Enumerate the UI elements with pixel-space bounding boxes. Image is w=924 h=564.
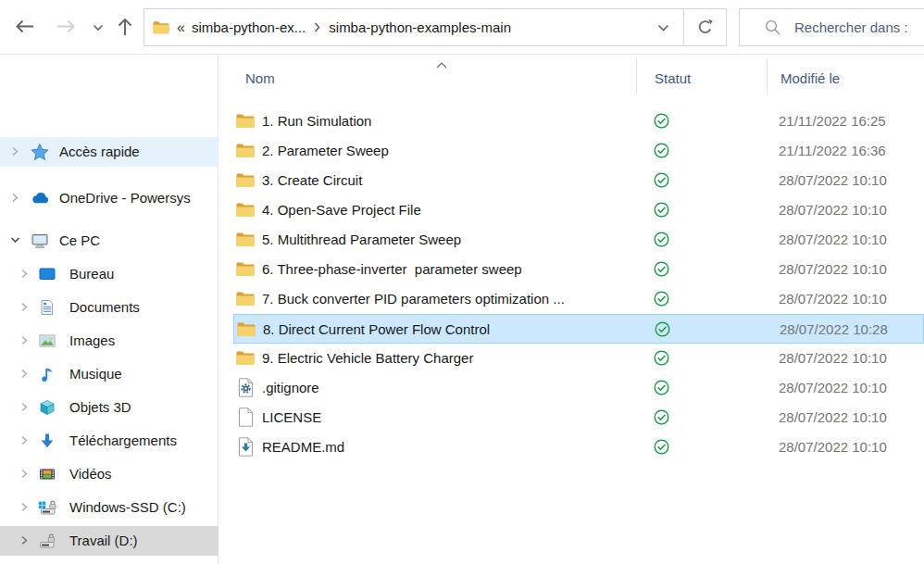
file-row[interactable]: 2. Parameter Sweep 21/11/2022 16:36 [233,136,924,166]
recent-locations-button[interactable] [93,24,104,31]
document-file-icon [238,407,254,427]
sidebar-item-label: Téléchargements [69,426,177,456]
file-modified-date: 28/07/2022 10:10 [779,166,887,195]
chevron-down-icon [657,24,669,31]
chevron-right-icon[interactable] [19,502,29,512]
file-name: 7. Buck converter PID parameters optimiz… [262,284,565,314]
arrow-up-icon [117,17,133,37]
up-button[interactable] [117,17,133,37]
forward-button[interactable] [55,19,77,34]
breadcrumb-segment-parent[interactable]: simba-python-ex... [192,19,306,35]
file-row-selected[interactable]: 8. Direct Current Power Flow Control 28/… [233,314,924,344]
column-header-name[interactable]: Nom [245,70,275,86]
sidebar-item-3d-objects[interactable]: Objets 3D [0,393,219,422]
breadcrumb-overflow-button[interactable]: « [177,19,185,36]
folder-icon [236,172,255,188]
folder-icon [236,232,255,247]
this-pc-monitor-icon [31,232,49,250]
sidebar-item-downloads[interactable]: Téléchargements [0,426,219,456]
chevron-right-icon[interactable] [19,402,29,412]
file-row[interactable]: LICENSE 28/07/2022 10:10 [233,403,924,432]
address-bar[interactable]: « simba-python-ex... simba-python-exampl… [144,8,727,46]
sidebar-item-quick-access[interactable]: Accès rapide [0,137,219,167]
quick-access-star-icon [31,143,49,161]
file-row[interactable]: .gitignore 28/07/2022 10:10 [233,373,924,403]
sidebar-item-onedrive[interactable]: OneDrive - Powersys [0,183,219,213]
sidebar-item-desktop[interactable]: Bureau [0,259,219,289]
file-name: README.md [262,432,344,462]
gitignore-file-icon [238,378,254,397]
folder-icon [236,143,255,158]
chevron-down-icon[interactable] [10,235,20,245]
file-modified-date: 28/07/2022 10:10 [779,344,887,373]
chevron-right-icon[interactable] [19,369,29,379]
sync-status-check-icon [654,143,669,158]
music-note-icon [38,365,56,383]
file-row[interactable]: 1. Run Simulation 21/11/2022 16:25 [233,107,924,136]
file-row[interactable]: README.md 28/07/2022 10:10 [233,432,924,462]
file-list-pane: Nom Statut Modifié le 1. Run Simulation … [219,55,924,564]
3d-cube-icon [38,398,56,417]
chevron-right-icon[interactable] [19,435,29,445]
file-row[interactable]: 9. Electric Vehicle Battery Charger 28/0… [233,344,924,373]
onedrive-cloud-icon [31,189,50,207]
column-header-status[interactable]: Statut [655,70,691,86]
file-modified-date: 28/07/2022 10:10 [779,373,887,403]
search-input[interactable] [793,19,924,36]
file-row[interactable]: 3. Create Circuit 28/07/2022 10:10 [233,166,924,195]
drive-lock-icon [38,532,57,550]
file-row[interactable]: 5. Multithread Parameter Sweep 28/07/202… [233,225,924,255]
sidebar-item-label: Windows-SSD (C:) [69,493,186,522]
file-name: 1. Run Simulation [262,107,371,136]
folder-icon [153,20,169,34]
chevron-right-icon[interactable] [10,193,19,203]
breadcrumb-segment-current[interactable]: simba-python-examples-main [329,19,511,35]
desktop-icon [38,265,56,283]
column-separator[interactable] [767,58,768,94]
sync-status-check-icon [654,202,669,218]
file-modified-date: 28/07/2022 10:10 [779,403,887,432]
sync-status-check-icon [655,321,670,337]
sidebar-item-pictures[interactable]: Images [0,326,219,356]
sidebar-item-documents[interactable]: Documents [0,293,219,322]
breadcrumb-chevron-icon[interactable] [314,22,320,32]
sidebar-item-label: Vidéos [69,459,112,489]
column-separator[interactable] [636,58,637,94]
sidebar-item-videos[interactable]: Vidéos [0,459,219,489]
navigation-toolbar: « simba-python-ex... simba-python-exampl… [0,0,924,54]
chevron-right-icon[interactable] [10,146,19,157]
file-name: 2. Parameter Sweep [262,136,389,166]
file-modified-date: 28/07/2022 10:28 [780,315,888,345]
windows-drive-lock-icon [38,498,57,517]
sidebar-item-music[interactable]: Musique [0,359,219,389]
sidebar-item-this-pc[interactable]: Ce PC [0,226,219,256]
sidebar-item-label: Objets 3D [69,393,131,422]
sidebar-item-label: Images [69,326,115,356]
sidebar-item-windows-ssd-c[interactable]: Windows-SSD (C:) [0,493,219,522]
sidebar-item-label: OneDrive - Powersys [59,183,191,213]
file-row[interactable]: 4. Open-Save Project File 28/07/2022 10:… [233,195,924,225]
back-button[interactable] [14,19,36,34]
sidebar-item-label: Musique [69,359,122,389]
address-dropdown-button[interactable] [643,9,683,45]
file-row[interactable]: 7. Buck converter PID parameters optimiz… [233,284,924,314]
arrow-left-icon [14,19,36,34]
file-name: 4. Open-Save Project File [262,195,421,225]
sidebar-item-travail-d[interactable]: Travail (D:) [0,526,219,556]
chevron-right-icon[interactable] [19,469,29,479]
chevron-right-icon[interactable] [19,269,29,279]
refresh-button[interactable] [683,9,726,45]
sort-ascending-icon[interactable] [436,56,447,72]
file-row[interactable]: 6. Three-phase-inverter parameter sweep … [233,255,924,284]
chevron-right-icon[interactable] [19,535,29,545]
chevron-right-icon[interactable] [19,302,29,312]
sync-status-check-icon [654,439,669,455]
sync-status-check-icon [654,172,669,188]
chevron-right-icon[interactable] [19,335,29,345]
search-box[interactable] [739,8,924,46]
download-arrow-icon [38,432,56,450]
column-header-modified[interactable]: Modifié le [780,70,840,86]
folder-icon [236,202,255,218]
sync-status-check-icon [654,261,669,277]
search-icon [765,19,780,35]
